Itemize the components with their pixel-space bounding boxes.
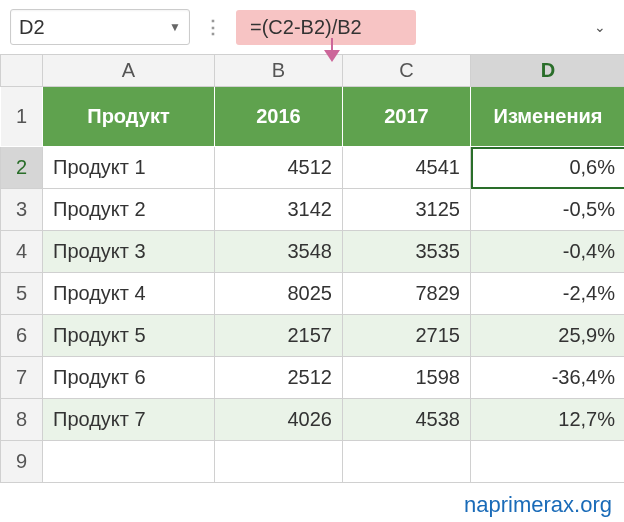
row-header-9[interactable]: 9 — [1, 441, 43, 483]
header-product[interactable]: Продукт — [43, 87, 215, 147]
table-row: 8 Продукт 7 4026 4538 12,7% — [1, 399, 625, 441]
table-row: 7 Продукт 6 2512 1598 -36,4% — [1, 357, 625, 399]
row-header-4[interactable]: 4 — [1, 231, 43, 273]
table-row: 6 Продукт 5 2157 2715 25,9% — [1, 315, 625, 357]
table-row: 3 Продукт 2 3142 3125 -0,5% — [1, 189, 625, 231]
cell[interactable]: Продукт 2 — [43, 189, 215, 231]
table-row-empty: 9 — [1, 441, 625, 483]
cell[interactable]: 25,9% — [471, 315, 625, 357]
cell[interactable]: 4026 — [215, 399, 343, 441]
select-all-corner[interactable] — [1, 55, 43, 87]
column-header-D[interactable]: D — [471, 55, 625, 87]
cell[interactable]: -0,4% — [471, 231, 625, 273]
cell[interactable]: 3142 — [215, 189, 343, 231]
header-2016[interactable]: 2016 — [215, 87, 343, 147]
chevron-down-icon[interactable]: ▼ — [169, 20, 181, 34]
watermark: naprimerax.org — [464, 492, 612, 518]
cell[interactable]: Продукт 5 — [43, 315, 215, 357]
spreadsheet-grid: A B C D 1 Продукт 2016 2017 Изменения 2 … — [0, 54, 624, 483]
name-box[interactable]: D2 ▼ — [10, 9, 190, 45]
cell[interactable]: 2157 — [215, 315, 343, 357]
table-row: 2 Продукт 1 4512 4541 0,6% — [1, 147, 625, 189]
row-header-6[interactable]: 6 — [1, 315, 43, 357]
cell[interactable]: 4541 — [343, 147, 471, 189]
cell[interactable]: 4538 — [343, 399, 471, 441]
cell[interactable]: 3535 — [343, 231, 471, 273]
row-header-1[interactable]: 1 — [1, 87, 43, 147]
cell[interactable]: 7829 — [343, 273, 471, 315]
row-header-2[interactable]: 2 — [1, 147, 43, 189]
cell[interactable]: Продукт 7 — [43, 399, 215, 441]
cell[interactable]: 12,7% — [471, 399, 625, 441]
cell[interactable]: 4512 — [215, 147, 343, 189]
row-header-7[interactable]: 7 — [1, 357, 43, 399]
arrow-down-icon — [324, 50, 340, 62]
cell[interactable]: Продукт 1 — [43, 147, 215, 189]
cell[interactable]: 8025 — [215, 273, 343, 315]
table-row: 4 Продукт 3 3548 3535 -0,4% — [1, 231, 625, 273]
separator-icon: ⋮ — [198, 16, 228, 38]
row-header-5[interactable]: 5 — [1, 273, 43, 315]
cell[interactable] — [343, 441, 471, 483]
cell[interactable]: Продукт 3 — [43, 231, 215, 273]
header-change[interactable]: Изменения — [471, 87, 625, 147]
column-header-C[interactable]: C — [343, 55, 471, 87]
row-header-8[interactable]: 8 — [1, 399, 43, 441]
cell[interactable]: 1598 — [343, 357, 471, 399]
row-header-3[interactable]: 3 — [1, 189, 43, 231]
cell[interactable]: 3125 — [343, 189, 471, 231]
formula-display[interactable]: =(C2-B2)/B2 — [236, 10, 416, 45]
cell[interactable] — [43, 441, 215, 483]
column-header-A[interactable]: A — [43, 55, 215, 87]
cell[interactable]: -36,4% — [471, 357, 625, 399]
column-header-row: A B C D — [1, 55, 625, 87]
expand-icon[interactable]: ⌄ — [586, 15, 614, 39]
cell[interactable]: 3548 — [215, 231, 343, 273]
name-box-text: D2 — [19, 16, 169, 39]
cell[interactable] — [215, 441, 343, 483]
cell[interactable]: 2715 — [343, 315, 471, 357]
cell[interactable] — [471, 441, 625, 483]
table-row: 5 Продукт 4 8025 7829 -2,4% — [1, 273, 625, 315]
cell[interactable]: -2,4% — [471, 273, 625, 315]
table-header-row: 1 Продукт 2016 2017 Изменения — [1, 87, 625, 147]
cell[interactable]: -0,5% — [471, 189, 625, 231]
header-2017[interactable]: 2017 — [343, 87, 471, 147]
cell[interactable]: Продукт 6 — [43, 357, 215, 399]
formula-bar: D2 ▼ ⋮ =(C2-B2)/B2 ⌄ — [0, 0, 624, 54]
cell[interactable]: 2512 — [215, 357, 343, 399]
cell[interactable]: Продукт 4 — [43, 273, 215, 315]
active-cell[interactable]: 0,6% — [471, 147, 625, 189]
